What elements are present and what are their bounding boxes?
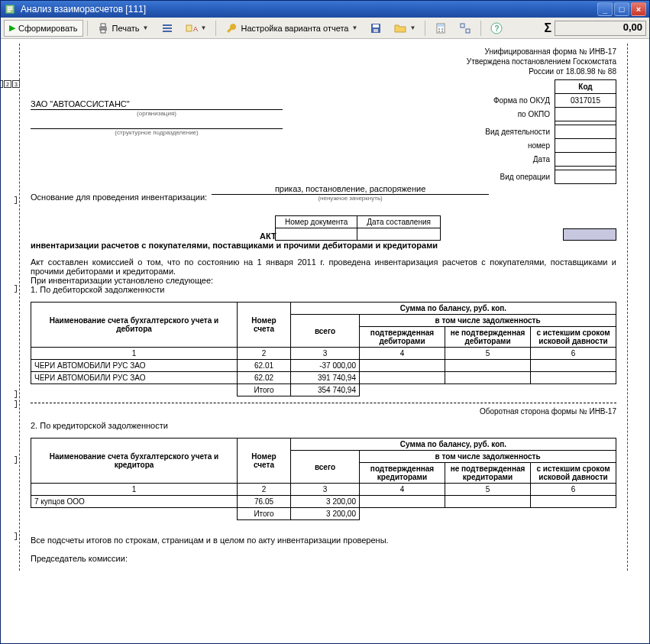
sigma-icon: Σ — [544, 21, 551, 35]
section-2: 2. По кредиторской задолженности — [31, 421, 616, 430]
chevron-down-icon: ▼ — [201, 24, 207, 31]
svg-rect-2 — [8, 8, 13, 10]
svg-rect-22 — [466, 29, 470, 33]
outline-level-1[interactable]: 1 — [1, 80, 3, 88]
svg-rect-10 — [186, 25, 192, 31]
svg-rect-21 — [461, 24, 464, 28]
chevron-down-icon: ▼ — [351, 24, 357, 31]
reverse-side-label: Оборотная сторона формы № ИНВ-17 — [31, 406, 616, 416]
sigma-value[interactable]: 0,00 — [555, 21, 646, 36]
window-title: Анализ взаиморасчетов [111] — [21, 4, 146, 15]
paragraph: Акт составлен комиссией о том, что по со… — [31, 257, 616, 276]
report-settings-button[interactable]: Настройка варианта отчета ▼ — [220, 20, 363, 37]
uniform-form-info: Унифицированная форма № ИНВ-17 Утвержден… — [31, 44, 616, 76]
folder-open-icon — [394, 22, 406, 34]
chevron-down-icon: ▼ — [143, 24, 149, 31]
text-format-button[interactable]: A ▼ — [180, 20, 212, 37]
table-bounds-button[interactable] — [454, 20, 477, 37]
calc-button[interactable] — [429, 20, 452, 37]
svg-rect-1 — [8, 7, 13, 8]
report-page[interactable]: − − − − − − Унифицированная форма № ИНВ-… — [15, 39, 649, 643]
table-bounds-icon — [459, 22, 471, 34]
basis-value: приказ, постановление, распоряжение — [212, 184, 489, 195]
svg-point-19 — [438, 31, 440, 32]
table-row: 7 купцов ООО76.053 200,00 — [31, 496, 616, 508]
act-title: инвентаризации расчетов с покупателями, … — [31, 241, 616, 250]
svg-rect-13 — [373, 24, 379, 28]
outline-level-2[interactable]: 2 — [4, 80, 11, 88]
svg-rect-14 — [374, 29, 378, 32]
fold-toggle[interactable]: − — [15, 456, 17, 464]
form-button[interactable]: ▶ Сформировать — [4, 20, 83, 37]
svg-rect-8 — [163, 28, 172, 29]
svg-rect-16 — [438, 24, 444, 27]
save-icon — [370, 22, 382, 34]
svg-text:?: ? — [495, 24, 500, 33]
separator — [480, 21, 481, 36]
highlight-cell — [563, 228, 616, 241]
print-button[interactable]: Печать ▼ — [92, 20, 154, 37]
svg-text:A: A — [193, 25, 198, 33]
wrench-icon — [225, 22, 238, 34]
svg-rect-5 — [101, 24, 105, 27]
svg-rect-7 — [163, 24, 172, 26]
footer-line: Все подсчеты итогов по строкам, страница… — [31, 536, 616, 545]
svg-rect-6 — [101, 30, 105, 33]
open-button[interactable]: ▼ — [389, 20, 421, 37]
grid-icon — [161, 22, 173, 34]
chairman-label: Председатель комиссии: — [31, 554, 616, 563]
page-break — [31, 403, 616, 403]
fold-toggle[interactable]: − — [15, 390, 17, 398]
close-button[interactable]: × — [631, 2, 646, 16]
toolbar: ▶ Сформировать Печать ▼ A ▼ Настройка ва… — [1, 18, 649, 39]
basis-label: Основание для проведения инвентаризации: — [31, 193, 207, 202]
titlebar: Анализ взаиморасчетов [111] _ □ × — [1, 1, 649, 18]
calc-icon — [435, 22, 447, 34]
separator — [215, 21, 216, 36]
help-icon: ? — [490, 22, 503, 34]
svg-point-17 — [438, 28, 440, 30]
app-icon — [4, 3, 16, 15]
fold-toggle[interactable]: − — [15, 532, 17, 540]
table-row: ЧЕРИ АВТОМОБИЛИ РУС ЗАО62.02391 740,94 — [31, 372, 616, 384]
fold-toggle[interactable]: − — [15, 196, 17, 204]
svg-point-20 — [441, 31, 443, 32]
svg-rect-3 — [8, 11, 11, 12]
org-name: ЗАО "АВТОАССИСТАНС" — [31, 99, 283, 110]
outline-gutter: 1 2 3 — [1, 39, 15, 643]
svg-point-18 — [441, 28, 443, 30]
separator — [425, 21, 425, 36]
format-icon: A — [186, 22, 198, 34]
minimize-button[interactable]: _ — [597, 2, 613, 16]
maximize-button[interactable]: □ — [614, 2, 629, 16]
grid-view-button[interactable] — [156, 20, 179, 37]
credit-table: Наименование счета бухгалтерского учета … — [31, 438, 616, 520]
act-label: АКТ — [31, 231, 276, 241]
codes-table: Код Форма по ОКУД0317015 по ОКПО Вид дея… — [480, 79, 616, 184]
play-icon: ▶ — [9, 23, 15, 33]
save-button[interactable] — [364, 20, 387, 37]
help-button[interactable]: ? — [485, 20, 508, 37]
printer-icon — [97, 22, 109, 34]
debit-table: Наименование счета бухгалтерского учета … — [31, 302, 616, 396]
table-row: ЧЕРИ АВТОМОБИЛИ РУС ЗАО62.01-37 000,00 — [31, 360, 616, 372]
separator — [87, 21, 88, 36]
chevron-down-icon: ▼ — [409, 24, 416, 31]
fold-toggle[interactable]: − — [15, 285, 17, 293]
fold-toggle[interactable]: − — [15, 400, 17, 408]
svg-rect-9 — [163, 31, 172, 32]
